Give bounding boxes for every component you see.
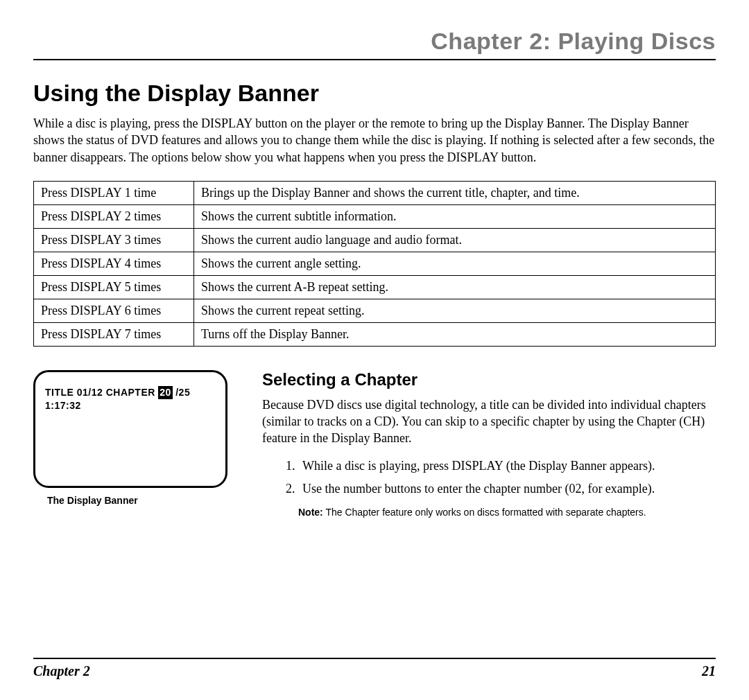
table-row: Press DISPLAY 6 timesShows the current r… xyxy=(34,299,716,322)
table-cell-action: Press DISPLAY 5 times xyxy=(34,275,194,299)
table-row: Press DISPLAY 5 timesShows the current A… xyxy=(34,275,716,299)
subsection-body: Because DVD discs use digital technology… xyxy=(262,396,716,447)
display-button-table: Press DISPLAY 1 timeBrings up the Displa… xyxy=(33,181,716,347)
section-intro: While a disc is playing, press the DISPL… xyxy=(33,115,716,166)
lower-section: TITLE 01/12 CHAPTER 20 /25 1:17:32 The D… xyxy=(33,370,716,518)
note-label: Note: xyxy=(298,507,323,518)
table-cell-result: Shows the current angle setting. xyxy=(194,252,716,275)
chapter-header: Chapter 2: Playing Discs xyxy=(33,28,716,60)
note-body: The Chapter feature only works on discs … xyxy=(323,507,646,518)
list-item: Use the number buttons to enter the chap… xyxy=(298,480,716,498)
table-cell-result: Shows the current subtitle information. xyxy=(194,204,716,228)
footer-right: 21 xyxy=(702,663,716,679)
table-cell-result: Shows the current A-B repeat setting. xyxy=(194,275,716,299)
table-row: Press DISPLAY 3 timesShows the current a… xyxy=(34,228,716,252)
table-row: Press DISPLAY 7 timesTurns off the Displ… xyxy=(34,322,716,346)
table-cell-result: Brings up the Display Banner and shows t… xyxy=(194,181,716,204)
table-row: Press DISPLAY 2 timesShows the current s… xyxy=(34,204,716,228)
subsection-column: Selecting a Chapter Because DVD discs us… xyxy=(262,370,716,518)
banner-post-text: /25 xyxy=(173,387,190,398)
subsection-title: Selecting a Chapter xyxy=(262,370,716,390)
page-footer: Chapter 2 21 xyxy=(33,658,716,679)
banner-column: TITLE 01/12 CHAPTER 20 /25 1:17:32 The D… xyxy=(33,370,241,506)
section-title: Using the Display Banner xyxy=(33,80,716,107)
table-cell-action: Press DISPLAY 2 times xyxy=(34,204,194,228)
banner-chapter-highlight: 20 xyxy=(158,386,173,400)
display-banner-illustration: TITLE 01/12 CHAPTER 20 /25 1:17:32 xyxy=(33,370,227,488)
table-cell-action: Press DISPLAY 3 times xyxy=(34,228,194,252)
banner-title-text: TITLE 01/12 CHAPTER xyxy=(45,387,158,398)
table-cell-action: Press DISPLAY 1 time xyxy=(34,181,194,204)
table-cell-action: Press DISPLAY 6 times xyxy=(34,299,194,322)
table-cell-result: Shows the current repeat setting. xyxy=(194,299,716,322)
table-cell-result: Turns off the Display Banner. xyxy=(194,322,716,346)
banner-time: 1:17:32 xyxy=(45,399,216,413)
table-row: Press DISPLAY 4 timesShows the current a… xyxy=(34,252,716,275)
list-item: While a disc is playing, press DISPLAY (… xyxy=(298,457,716,475)
steps-list: While a disc is playing, press DISPLAY (… xyxy=(262,457,716,498)
note-text: Note: The Chapter feature only works on … xyxy=(298,507,716,518)
footer-left: Chapter 2 xyxy=(33,663,90,679)
banner-caption: The Display Banner xyxy=(47,495,241,506)
table-cell-result: Shows the current audio language and aud… xyxy=(194,228,716,252)
manual-page: Chapter 2: Playing Discs Using the Displ… xyxy=(0,0,749,700)
table-row: Press DISPLAY 1 timeBrings up the Displa… xyxy=(34,181,716,204)
table-cell-action: Press DISPLAY 4 times xyxy=(34,252,194,275)
table-cell-action: Press DISPLAY 7 times xyxy=(34,322,194,346)
